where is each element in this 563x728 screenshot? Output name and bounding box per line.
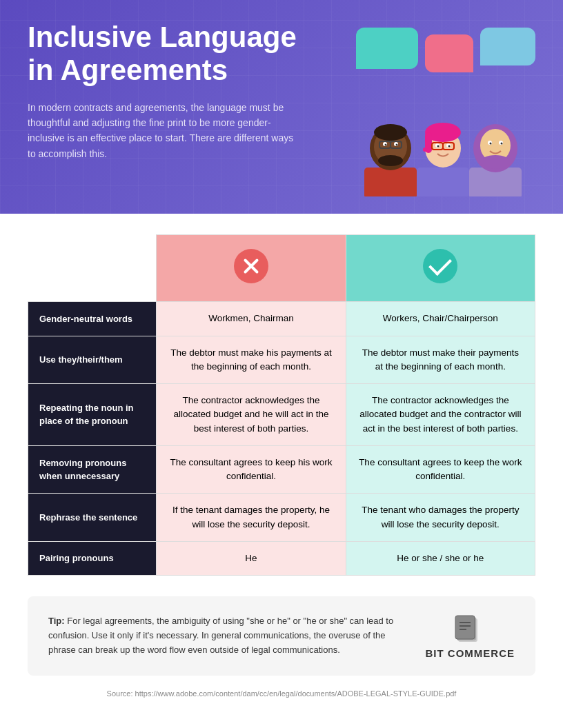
svg-point-24 bbox=[423, 148, 427, 152]
avatars-svg bbox=[349, 93, 535, 196]
header-section: Inclusive Language in Agreements In mode… bbox=[0, 0, 563, 214]
table-good-header bbox=[346, 235, 535, 302]
brand-name: BIT COMMERCE bbox=[426, 647, 515, 659]
row-good-value: Workers, Chair/Chairperson bbox=[346, 302, 535, 336]
row-bad-value: Workmen, Chairman bbox=[157, 302, 346, 336]
avatar-2 bbox=[417, 123, 469, 196]
tip-label: Tip: bbox=[48, 616, 65, 626]
svg-point-20 bbox=[448, 145, 451, 148]
row-good-value: The contractor acknowledges the allocate… bbox=[346, 384, 535, 446]
svg-point-19 bbox=[437, 145, 439, 148]
tip-text: Tip: For legal agreements, the ambiguity… bbox=[48, 614, 405, 657]
header-left: Inclusive Language in Agreements In mode… bbox=[28, 21, 349, 161]
row-bad-value: He bbox=[157, 541, 346, 575]
header-right bbox=[349, 21, 535, 196]
check-icon bbox=[423, 249, 457, 283]
svg-rect-13 bbox=[417, 168, 469, 196]
comparison-table: Gender-neutral wordsWorkmen, ChairmanWor… bbox=[28, 234, 535, 576]
row-label: Use they/their/them bbox=[28, 336, 157, 384]
row-good-value: The tenant who damages the property will… bbox=[346, 494, 535, 542]
brand-logo: BIT COMMERCE bbox=[426, 613, 515, 659]
table-body: Gender-neutral wordsWorkmen, ChairmanWor… bbox=[28, 302, 535, 576]
header-title: Inclusive Language in Agreements bbox=[28, 21, 349, 88]
table-bad-header bbox=[157, 235, 346, 302]
row-label: Pairing pronouns bbox=[28, 541, 157, 575]
brand-icon-svg bbox=[453, 613, 487, 647]
avatars-illustration bbox=[349, 93, 535, 196]
row-bad-value: The contractor acknowledges the allocate… bbox=[157, 384, 346, 446]
row-good-value: The debtor must make their payments at t… bbox=[346, 336, 535, 384]
tip-box: Tip: For legal agreements, the ambiguity… bbox=[28, 596, 535, 676]
svg-point-5 bbox=[378, 155, 403, 166]
row-label: Repeating the noun in place of the prono… bbox=[28, 384, 157, 446]
row-bad-value: If the tenant damages the property, he w… bbox=[157, 494, 346, 542]
svg-point-30 bbox=[490, 143, 492, 145]
chat-bubble-pink bbox=[425, 34, 473, 72]
table-row: Pairing pronounsHeHe or she / she or he bbox=[28, 541, 535, 575]
row-good-value: He or she / she or he bbox=[346, 541, 535, 575]
header-description: In modern contracts and agreements, the … bbox=[28, 100, 304, 162]
x-icon bbox=[234, 249, 268, 283]
svg-point-8 bbox=[385, 144, 387, 146]
svg-point-32 bbox=[480, 155, 511, 169]
avatar-3 bbox=[469, 124, 522, 196]
row-label: Gender-neutral words bbox=[28, 302, 157, 336]
table-row: Gender-neutral wordsWorkmen, ChairmanWor… bbox=[28, 302, 535, 336]
tip-body: For legal agreements, the ambiguity of u… bbox=[48, 616, 393, 655]
table-row: Removing pronouns when unnecessaryThe co… bbox=[28, 445, 535, 494]
row-label: Removing pronouns when unnecessary bbox=[28, 445, 157, 494]
row-bad-value: The consultant agrees to keep his work c… bbox=[157, 445, 346, 494]
svg-point-4 bbox=[374, 124, 407, 141]
table-row: Repeating the noun in place of the prono… bbox=[28, 384, 535, 446]
table-row: Rephrase the sentenceIf the tenant damag… bbox=[28, 494, 535, 542]
row-bad-value: The debtor must make his payments at the… bbox=[157, 336, 346, 384]
svg-rect-35 bbox=[455, 616, 475, 639]
table-row: Use they/their/themThe debtor must make … bbox=[28, 336, 535, 384]
chat-bubble-blue bbox=[480, 28, 535, 65]
source-text: Source: https://www.adobe.com/content/da… bbox=[28, 689, 535, 698]
row-good-value: The consultant agrees to keep the work c… bbox=[346, 445, 535, 494]
svg-point-9 bbox=[396, 144, 398, 146]
header-content: Inclusive Language in Agreements In mode… bbox=[28, 21, 535, 196]
table-empty-header bbox=[28, 235, 157, 302]
svg-rect-1 bbox=[364, 168, 417, 196]
chat-bubbles-illustration bbox=[356, 28, 535, 72]
main-content: Gender-neutral wordsWorkmen, ChairmanWor… bbox=[0, 214, 563, 718]
chat-bubble-teal bbox=[356, 28, 418, 69]
avatar-1 bbox=[364, 124, 417, 196]
row-label: Rephrase the sentence bbox=[28, 494, 157, 542]
svg-point-31 bbox=[501, 143, 503, 145]
